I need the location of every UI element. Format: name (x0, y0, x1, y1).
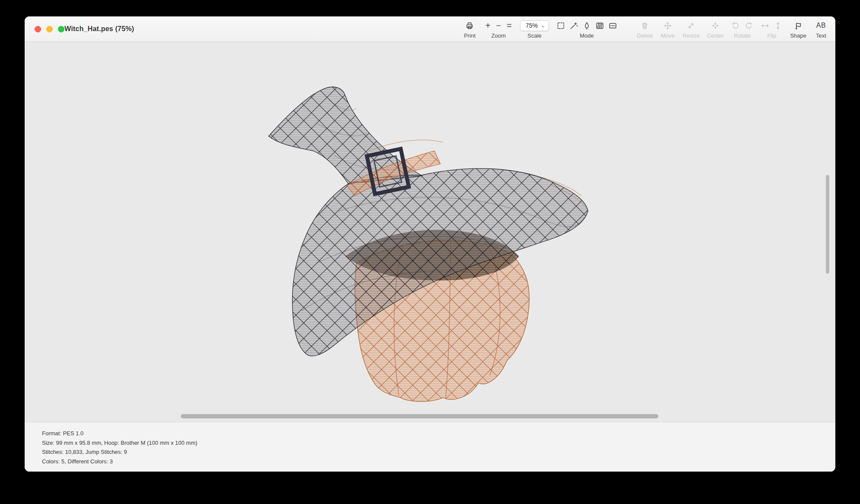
toolbar: Print + − = Zoom 75% ⌄ Scale (462, 19, 828, 39)
trash-icon (640, 21, 649, 30)
marquee-select-mode-button[interactable] (556, 21, 565, 30)
shape-pennant-icon (794, 21, 803, 30)
shape-label: Shape (790, 32, 806, 39)
text-button[interactable]: AB Text (814, 19, 828, 39)
text-ab-icon: AB (816, 20, 826, 31)
rotate-ccw-icon (731, 21, 740, 30)
window-title: Witch_Hat.pes (75%) (64, 25, 134, 33)
center-label: Center (707, 32, 724, 39)
flip-vertical-icon (773, 21, 783, 30)
statusbar: Format: PES 1.0 Size: 99 mm x 95.8 mm, H… (25, 422, 835, 472)
status-format: Format: PES 1.0 (42, 429, 835, 438)
move-label: Move (661, 32, 675, 39)
resize-diagonal-icon (687, 21, 696, 30)
fullscreen-button[interactable] (58, 26, 64, 32)
flip-horizontal-button[interactable] (761, 21, 770, 30)
rotate-ccw-button[interactable] (731, 21, 740, 30)
mode-label: Mode (580, 32, 594, 39)
mode-group: Mode (556, 19, 617, 39)
rotate-group: Rotate (731, 19, 753, 39)
window-titlebar: Witch_Hat.pes (75%) Print + − = (25, 16, 835, 42)
horizontal-scrollbar[interactable] (181, 414, 658, 418)
center-arrows-icon (711, 21, 720, 30)
close-button[interactable] (35, 26, 41, 32)
resize-label: Resize (683, 32, 700, 39)
traffic-lights (35, 26, 64, 32)
rotate-label: Rotate (734, 32, 751, 39)
center-button[interactable]: Center (707, 19, 724, 39)
dashed-stitch-icon (608, 21, 617, 30)
thread-mode-button[interactable] (582, 21, 591, 30)
magic-wand-icon (569, 21, 578, 30)
zoom-actual-size-button[interactable]: = (506, 20, 513, 31)
app-window: Witch_Hat.pes (75%) Print + − = (25, 16, 835, 472)
zoom-group: + − = Zoom (485, 19, 513, 39)
scale-group: 75% ⌄ Scale (520, 19, 549, 39)
zoom-out-button[interactable]: − (495, 20, 502, 31)
zoom-label: Zoom (491, 32, 506, 39)
flip-group: Flip (761, 19, 783, 39)
design-canvas[interactable] (25, 42, 835, 422)
stitch-view-icon (595, 21, 604, 30)
status-size-hoop: Size: 99 mm x 95.8 mm, Hoop: Brother M (… (42, 438, 835, 448)
delete-label: Delete (637, 32, 653, 39)
scale-select[interactable]: 75% ⌄ (520, 20, 549, 31)
marquee-select-icon (556, 21, 565, 30)
flip-horizontal-icon (761, 21, 770, 30)
zoom-in-button[interactable]: + (485, 20, 491, 31)
minimize-button[interactable] (46, 26, 53, 32)
flip-vertical-button[interactable] (773, 21, 783, 30)
chevron-down-icon: ⌄ (541, 24, 545, 27)
shape-button[interactable]: Shape (790, 19, 806, 39)
move-button[interactable]: Move (661, 19, 675, 39)
rotate-cw-icon (744, 21, 753, 30)
print-button[interactable]: Print (462, 19, 477, 39)
status-stitches: Stitches: 10,833, Jump Stitches: 9 (42, 447, 835, 457)
flip-label: Flip (767, 32, 776, 39)
jump-stitch-view-mode-button[interactable] (608, 21, 617, 30)
thread-droplet-icon (582, 21, 591, 30)
magic-wand-mode-button[interactable] (569, 21, 578, 30)
print-label: Print (464, 32, 476, 39)
status-colors: Colors: 5, Different Colors: 3 (42, 457, 835, 466)
stitch-view-mode-button[interactable] (595, 21, 604, 30)
move-arrows-icon (663, 21, 672, 30)
scale-value: 75% (526, 22, 538, 29)
delete-button[interactable]: Delete (637, 19, 653, 39)
scale-label: Scale (527, 32, 542, 39)
text-label: Text (816, 32, 826, 39)
rotate-cw-button[interactable] (744, 21, 753, 30)
resize-button[interactable]: Resize (683, 19, 700, 39)
vertical-scrollbar[interactable] (826, 175, 829, 274)
embroidery-design (265, 82, 594, 410)
printer-icon (465, 21, 474, 30)
